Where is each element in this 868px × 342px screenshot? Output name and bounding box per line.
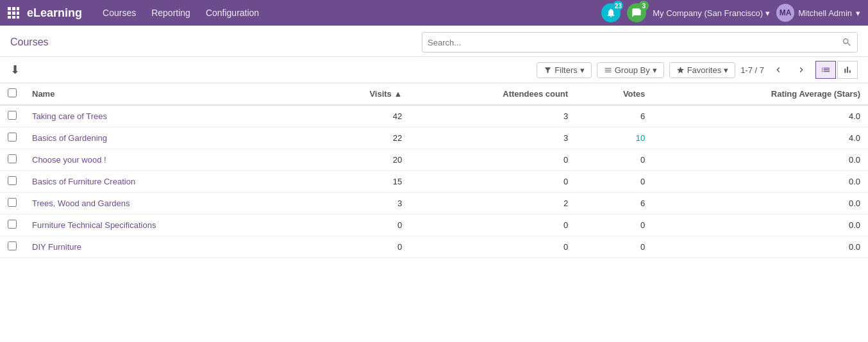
table-row: Trees, Wood and Gardens3260.0 bbox=[0, 193, 868, 215]
row-checkbox[interactable] bbox=[8, 133, 17, 142]
list-view-button[interactable] bbox=[815, 61, 836, 79]
row-checkbox[interactable] bbox=[8, 154, 17, 163]
table-row: Basics of Gardening223104.0 bbox=[0, 127, 868, 149]
row-checkbox-cell bbox=[0, 105, 24, 127]
row-name[interactable]: Basics of Gardening bbox=[24, 127, 311, 149]
col-visits[interactable]: Visits ▲ bbox=[311, 83, 410, 105]
page-title: Courses bbox=[10, 37, 49, 48]
row-attendees: 0 bbox=[410, 171, 576, 193]
row-votes: 6 bbox=[576, 193, 653, 215]
row-visits: 42 bbox=[311, 105, 410, 127]
row-checkbox[interactable] bbox=[8, 198, 17, 207]
row-rating: 0.0 bbox=[653, 215, 868, 236]
chart-view-button[interactable] bbox=[837, 61, 858, 79]
messages-count: 3 bbox=[638, 1, 649, 11]
row-name[interactable]: DIY Furniture bbox=[24, 236, 311, 258]
row-visits: 15 bbox=[311, 171, 410, 193]
toolbar-left: ⬇ bbox=[10, 63, 20, 77]
user-menu[interactable]: MA Mitchell Admin ▾ bbox=[776, 4, 860, 22]
filters-chevron: ▾ bbox=[580, 65, 585, 75]
col-attendees: Attendees count bbox=[410, 83, 576, 105]
row-checkbox-cell bbox=[0, 171, 24, 193]
grid-menu-icon[interactable] bbox=[8, 7, 19, 19]
row-checkbox[interactable] bbox=[8, 220, 17, 229]
row-name[interactable]: Furniture Technical Specifications bbox=[24, 215, 311, 236]
search-input[interactable] bbox=[422, 38, 837, 47]
app-brand: eLearning bbox=[27, 6, 82, 20]
row-checkbox[interactable] bbox=[8, 241, 17, 250]
nav-configuration[interactable]: Configuration bbox=[206, 8, 259, 18]
company-selector[interactable]: My Company (San Francisco) ▾ bbox=[653, 8, 770, 18]
row-votes[interactable]: 10 bbox=[576, 127, 653, 149]
row-name[interactable]: Taking care of Trees bbox=[24, 105, 311, 127]
groupby-button[interactable]: Group By ▾ bbox=[597, 62, 664, 78]
row-visits: 0 bbox=[311, 236, 410, 258]
row-votes: 0 bbox=[576, 149, 653, 171]
svg-rect-7 bbox=[12, 16, 15, 19]
row-attendees: 0 bbox=[410, 236, 576, 258]
table-row: Taking care of Trees42364.0 bbox=[0, 105, 868, 127]
pagination-prev[interactable] bbox=[769, 61, 787, 79]
row-rating: 0.0 bbox=[653, 171, 868, 193]
row-name[interactable]: Choose your wood ! bbox=[24, 149, 311, 171]
top-navigation: eLearning Courses Reporting Configuratio… bbox=[0, 0, 868, 26]
table-row: Choose your wood !20000.0 bbox=[0, 149, 868, 171]
svg-rect-4 bbox=[12, 12, 15, 15]
row-rating: 4.0 bbox=[653, 105, 868, 127]
chevron-down-icon: ▾ bbox=[765, 8, 770, 18]
search-button[interactable] bbox=[837, 32, 857, 53]
favorites-label: Favorites bbox=[687, 65, 721, 75]
row-visits: 0 bbox=[311, 215, 410, 236]
col-rating: Rating Average (Stars) bbox=[653, 83, 868, 105]
courses-table: Name Visits ▲ Attendees count Votes Rati… bbox=[0, 83, 868, 258]
col-name[interactable]: Name bbox=[24, 83, 311, 105]
notifications-icon[interactable]: 23 bbox=[601, 3, 621, 22]
row-name[interactable]: Trees, Wood and Gardens bbox=[24, 193, 311, 215]
filters-label: Filters bbox=[555, 65, 577, 75]
row-checkbox[interactable] bbox=[8, 176, 17, 185]
svg-rect-5 bbox=[17, 12, 19, 15]
row-visits: 22 bbox=[311, 127, 410, 149]
row-attendees: 3 bbox=[410, 127, 576, 149]
nav-courses[interactable]: Courses bbox=[103, 8, 136, 18]
nav-reporting[interactable]: Reporting bbox=[151, 8, 190, 18]
svg-rect-8 bbox=[17, 16, 19, 19]
table-row: Basics of Furniture Creation15000.0 bbox=[0, 171, 868, 193]
row-rating: 0.0 bbox=[653, 236, 868, 258]
row-rating: 0.0 bbox=[653, 149, 868, 171]
filters-button[interactable]: Filters ▾ bbox=[537, 62, 591, 78]
row-checkbox-cell bbox=[0, 127, 24, 149]
groupby-label: Group By bbox=[615, 65, 650, 75]
row-rating: 0.0 bbox=[653, 193, 868, 215]
row-votes: 0 bbox=[576, 236, 653, 258]
row-visits: 3 bbox=[311, 193, 410, 215]
row-attendees: 3 bbox=[410, 105, 576, 127]
download-button[interactable]: ⬇ bbox=[10, 63, 20, 77]
row-checkbox-cell bbox=[0, 236, 24, 258]
user-avatar: MA bbox=[776, 4, 794, 22]
favorites-button[interactable]: Favorites ▾ bbox=[669, 62, 735, 78]
pagination-next[interactable] bbox=[792, 61, 810, 79]
row-attendees: 0 bbox=[410, 215, 576, 236]
svg-rect-1 bbox=[12, 7, 15, 10]
nav-links: Courses Reporting Configuration bbox=[103, 8, 601, 18]
view-toggles bbox=[815, 61, 858, 79]
row-rating: 4.0 bbox=[653, 127, 868, 149]
row-votes: 0 bbox=[576, 171, 653, 193]
row-checkbox[interactable] bbox=[8, 111, 17, 120]
row-checkbox-cell bbox=[0, 149, 24, 171]
select-all-checkbox[interactable] bbox=[8, 88, 17, 97]
table-row: DIY Furniture0000.0 bbox=[0, 236, 868, 258]
row-checkbox-cell bbox=[0, 215, 24, 236]
page-header: Courses bbox=[0, 26, 868, 57]
select-all-header[interactable] bbox=[0, 83, 24, 105]
favorites-chevron: ▾ bbox=[724, 65, 728, 75]
messages-icon[interactable]: 3 bbox=[627, 3, 646, 22]
svg-rect-0 bbox=[8, 7, 11, 10]
svg-rect-3 bbox=[8, 12, 11, 15]
pagination-info: 1-7 / 7 bbox=[740, 65, 764, 75]
row-name[interactable]: Basics of Furniture Creation bbox=[24, 171, 311, 193]
toolbar: ⬇ Filters ▾ Group By ▾ Favorites ▾ 1-7 /… bbox=[0, 57, 868, 83]
table-row: Furniture Technical Specifications0000.0 bbox=[0, 215, 868, 236]
toolbar-right: Filters ▾ Group By ▾ Favorites ▾ 1-7 / 7 bbox=[537, 61, 858, 79]
